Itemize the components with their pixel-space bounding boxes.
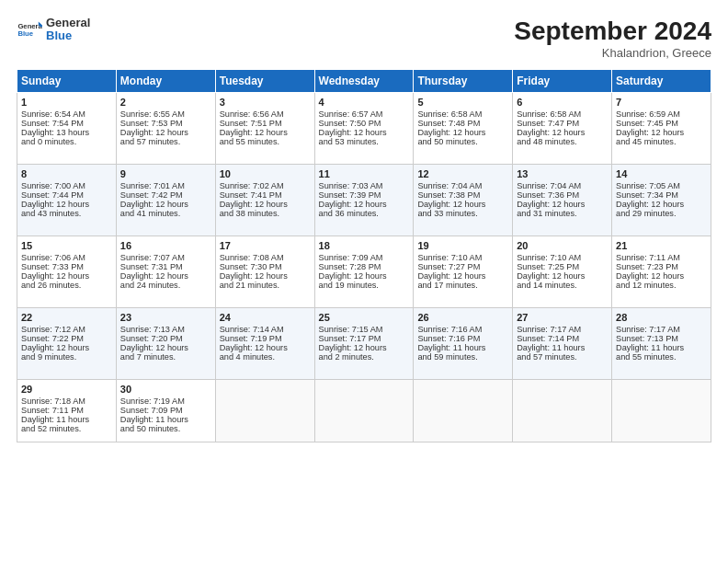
day-number: 1 [21,97,112,108]
day-info: Sunset: 7:28 PM [319,262,410,271]
weekday-header-monday: Monday [116,70,215,93]
day-info: and 59 minutes. [417,352,508,362]
day-info: Sunrise: 7:08 AM [220,253,311,262]
day-info: Sunset: 7:31 PM [120,262,211,271]
day-info: Daylight: 12 hours [220,271,311,281]
day-info: Sunset: 7:53 PM [120,119,211,128]
day-info: Sunrise: 7:04 AM [517,181,608,190]
day-number: 18 [319,240,410,251]
day-number: 23 [120,312,211,323]
day-number: 6 [517,97,608,108]
calendar-row-0: 1Sunrise: 6:54 AMSunset: 7:54 PMDaylight… [17,93,711,165]
day-info: Sunset: 7:36 PM [517,190,608,200]
day-info: Daylight: 12 hours [21,271,112,281]
day-info: Daylight: 12 hours [319,128,410,137]
calendar-cell: 9Sunrise: 7:01 AMSunset: 7:42 PMDaylight… [116,165,215,236]
day-info: Sunrise: 6:58 AM [517,109,608,119]
day-info: Sunset: 7:33 PM [21,262,112,271]
calendar-cell [612,380,711,442]
calendar-cell: 24Sunrise: 7:14 AMSunset: 7:19 PMDayligh… [215,308,314,380]
day-info: and 55 minutes. [220,137,311,146]
day-info: Daylight: 13 hours [21,128,112,137]
day-info: Sunrise: 7:01 AM [120,181,211,190]
day-info: and 9 minutes. [21,352,112,362]
calendar-cell: 4Sunrise: 6:57 AMSunset: 7:50 PMDaylight… [314,93,414,165]
calendar-cell: 5Sunrise: 6:58 AMSunset: 7:48 PMDaylight… [414,93,513,165]
day-info: and 4 minutes. [220,352,311,362]
day-info: Sunset: 7:19 PM [220,334,311,343]
day-info: Sunrise: 6:59 AM [616,109,707,119]
day-info: Sunrise: 7:05 AM [616,181,707,190]
logo-general: General [46,17,90,29]
day-info: Daylight: 12 hours [120,343,211,352]
day-info: Sunrise: 7:14 AM [220,325,311,334]
day-info: and 29 minutes. [616,209,707,218]
day-info: Sunset: 7:34 PM [616,190,707,200]
day-info: and 33 minutes. [417,209,508,218]
calendar-cell: 8Sunrise: 7:00 AMSunset: 7:44 PMDaylight… [17,165,117,236]
day-number: 29 [21,384,112,395]
day-info: Daylight: 11 hours [120,415,211,424]
weekday-header-sunday: Sunday [17,70,117,93]
day-number: 12 [417,168,508,179]
day-info: Daylight: 11 hours [21,415,112,424]
day-info: Sunset: 7:20 PM [120,334,211,343]
day-number: 28 [616,312,707,323]
logo-blue: Blue [46,29,90,42]
day-number: 9 [120,168,211,179]
day-info: and 2 minutes. [319,352,410,362]
day-info: Sunset: 7:13 PM [616,334,707,343]
day-info: and 50 minutes. [120,424,211,433]
calendar-cell: 28Sunrise: 7:17 AMSunset: 7:13 PMDayligh… [612,308,711,380]
calendar-cell: 16Sunrise: 7:07 AMSunset: 7:31 PMDayligh… [116,236,215,308]
calendar-cell [314,380,414,442]
day-info: and 43 minutes. [21,209,112,218]
day-info: Sunset: 7:41 PM [220,190,311,200]
day-info: Sunrise: 7:06 AM [21,253,112,262]
calendar-cell: 23Sunrise: 7:13 AMSunset: 7:20 PMDayligh… [116,308,215,380]
calendar-cell: 7Sunrise: 6:59 AMSunset: 7:45 PMDaylight… [612,93,711,165]
day-info: and 36 minutes. [319,209,410,218]
day-info: Sunrise: 6:57 AM [319,109,410,119]
day-info: and 17 minutes. [417,281,508,290]
calendar-body: 1Sunrise: 6:54 AMSunset: 7:54 PMDaylight… [17,93,711,442]
day-info: and 21 minutes. [220,281,311,290]
day-info: Daylight: 12 hours [120,200,211,209]
day-info: and 7 minutes. [120,352,211,362]
svg-text:Blue: Blue [17,29,33,38]
calendar-cell: 21Sunrise: 7:11 AMSunset: 7:23 PMDayligh… [612,236,711,308]
header: General Blue General Blue September 2024… [17,17,711,60]
location: Khalandrion, Greece [514,46,711,60]
day-info: Daylight: 12 hours [319,343,410,352]
day-info: and 24 minutes. [120,281,211,290]
day-number: 16 [120,240,211,251]
calendar-cell: 12Sunrise: 7:04 AMSunset: 7:38 PMDayligh… [414,165,513,236]
day-info: and 53 minutes. [319,137,410,146]
day-number: 25 [319,312,410,323]
calendar-cell [215,380,314,442]
day-info: Sunset: 7:39 PM [319,190,410,200]
day-info: and 19 minutes. [319,281,410,290]
calendar-cell: 10Sunrise: 7:02 AMSunset: 7:41 PMDayligh… [215,165,314,236]
day-number: 26 [417,312,508,323]
calendar-cell: 30Sunrise: 7:19 AMSunset: 7:09 PMDayligh… [116,380,215,442]
day-info: Sunset: 7:45 PM [616,119,707,128]
weekday-header-row: SundayMondayTuesdayWednesdayThursdayFrid… [17,70,711,93]
day-info: Sunrise: 7:10 AM [517,253,608,262]
calendar-cell: 1Sunrise: 6:54 AMSunset: 7:54 PMDaylight… [17,93,117,165]
day-info: Sunset: 7:16 PM [417,334,508,343]
calendar-table: SundayMondayTuesdayWednesdayThursdayFrid… [17,69,711,442]
day-info: Sunset: 7:25 PM [517,262,608,271]
calendar-row-2: 15Sunrise: 7:06 AMSunset: 7:33 PMDayligh… [17,236,711,308]
calendar-cell: 11Sunrise: 7:03 AMSunset: 7:39 PMDayligh… [314,165,414,236]
day-info: and 26 minutes. [21,281,112,290]
day-info: Sunset: 7:42 PM [120,190,211,200]
day-info: Daylight: 11 hours [517,343,608,352]
logo-text: General Blue [46,17,90,43]
day-info: Sunset: 7:23 PM [616,262,707,271]
day-info: Daylight: 12 hours [319,271,410,281]
calendar-cell: 14Sunrise: 7:05 AMSunset: 7:34 PMDayligh… [612,165,711,236]
day-number: 21 [616,240,707,251]
day-info: Sunset: 7:50 PM [319,119,410,128]
day-info: and 52 minutes. [21,424,112,433]
